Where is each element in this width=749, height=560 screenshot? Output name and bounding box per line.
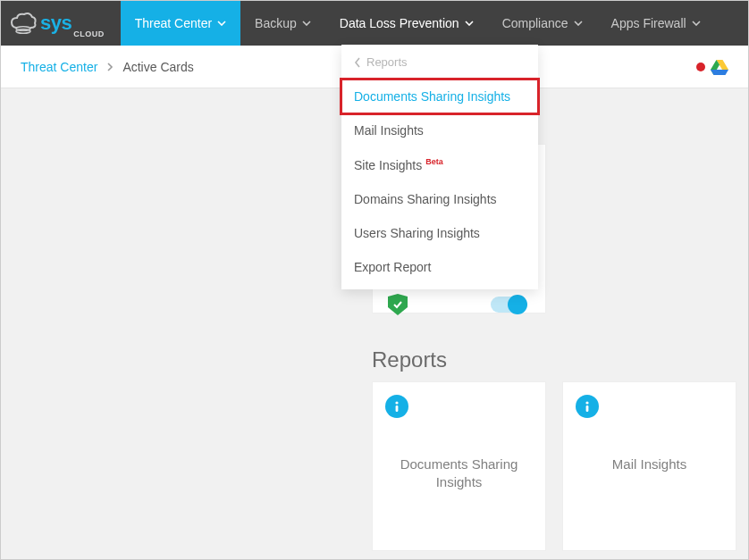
info-icon xyxy=(385,395,408,418)
breadcrumb-current: Active Cards xyxy=(122,60,193,74)
dropdown-item-users-sharing-insights[interactable]: Users Sharing Insights xyxy=(341,216,538,250)
chevron-down-icon xyxy=(692,21,701,26)
dropdown-item-label: Site Insights xyxy=(354,158,422,172)
dropdown-item-label: Export Report xyxy=(354,260,431,274)
brand-sub-text: CLOUD xyxy=(73,29,105,38)
toggle-knob xyxy=(508,295,527,314)
dropdown-item-label: Users Sharing Insights xyxy=(354,226,480,240)
dlp-dropdown: Reports Documents Sharing Insights Mail … xyxy=(341,45,538,289)
status-icons xyxy=(696,59,728,75)
info-icon xyxy=(576,395,599,418)
report-card-documents-sharing[interactable]: Documents Sharing Insights xyxy=(372,381,546,551)
status-dot-red xyxy=(696,63,705,71)
chevron-down-icon xyxy=(465,21,474,26)
report-card-title: Documents Sharing Insights xyxy=(385,456,533,492)
nav-compliance[interactable]: Compliance xyxy=(488,1,597,46)
chevron-right-icon xyxy=(106,60,114,74)
nav-dlp[interactable]: Data Loss Prevention xyxy=(325,1,488,46)
nav-threat-center[interactable]: Threat Center xyxy=(121,1,240,46)
nav-threat-center-label: Threat Center xyxy=(135,16,212,30)
dropdown-item-domains-sharing-insights[interactable]: Domains Sharing Insights xyxy=(341,182,538,216)
dropdown-back[interactable]: Reports xyxy=(341,45,538,79)
breadcrumb: Threat Center Active Cards xyxy=(21,60,194,74)
dropdown-item-documents-sharing-insights[interactable]: Documents Sharing Insights xyxy=(341,79,538,113)
svg-rect-8 xyxy=(586,405,589,412)
dropdown-item-export-report[interactable]: Export Report xyxy=(341,250,538,284)
cloud-icon xyxy=(10,12,37,35)
nav-apps-firewall[interactable]: Apps Firewall xyxy=(597,1,715,46)
dropdown-item-label: Documents Sharing Insights xyxy=(354,89,510,104)
chevron-left-icon xyxy=(354,57,361,68)
svg-point-7 xyxy=(585,401,588,404)
chevron-down-icon xyxy=(217,21,226,26)
brand-logo[interactable]: sys CLOUD xyxy=(1,1,121,46)
dropdown-item-label: Mail Insights xyxy=(354,123,424,138)
dropdown-item-label: Domains Sharing Insights xyxy=(354,192,497,206)
report-card-list: Documents Sharing Insights Mail Insights xyxy=(372,381,736,551)
dropdown-header-label: Reports xyxy=(366,55,408,69)
toggle-switch[interactable] xyxy=(491,297,526,313)
reports-heading: Reports xyxy=(372,347,447,372)
nav-backup-label: Backup xyxy=(255,16,297,30)
chevron-down-icon xyxy=(302,21,311,26)
shield-check-icon xyxy=(388,294,408,315)
svg-rect-6 xyxy=(396,405,399,412)
svg-point-5 xyxy=(395,401,398,404)
card-controls xyxy=(388,294,526,315)
dropdown-item-mail-insights[interactable]: Mail Insights xyxy=(341,113,538,147)
report-card-title: Mail Insights xyxy=(576,456,723,473)
dropdown-item-site-insights[interactable]: Site InsightsBeta xyxy=(341,147,538,182)
breadcrumb-root[interactable]: Threat Center xyxy=(21,60,97,74)
google-drive-icon[interactable] xyxy=(711,59,728,75)
nav-dlp-label: Data Loss Prevention xyxy=(340,16,459,30)
top-navbar: sys CLOUD Threat Center Backup Data Loss… xyxy=(1,1,748,46)
svg-marker-4 xyxy=(711,70,728,75)
chevron-down-icon xyxy=(574,21,583,26)
nav-backup[interactable]: Backup xyxy=(240,1,325,46)
nav-apps-firewall-label: Apps Firewall xyxy=(611,16,686,30)
brand-text: sys xyxy=(40,12,72,35)
report-card-mail-insights[interactable]: Mail Insights xyxy=(562,381,736,551)
beta-badge: Beta xyxy=(425,157,443,166)
nav-compliance-label: Compliance xyxy=(502,16,568,30)
